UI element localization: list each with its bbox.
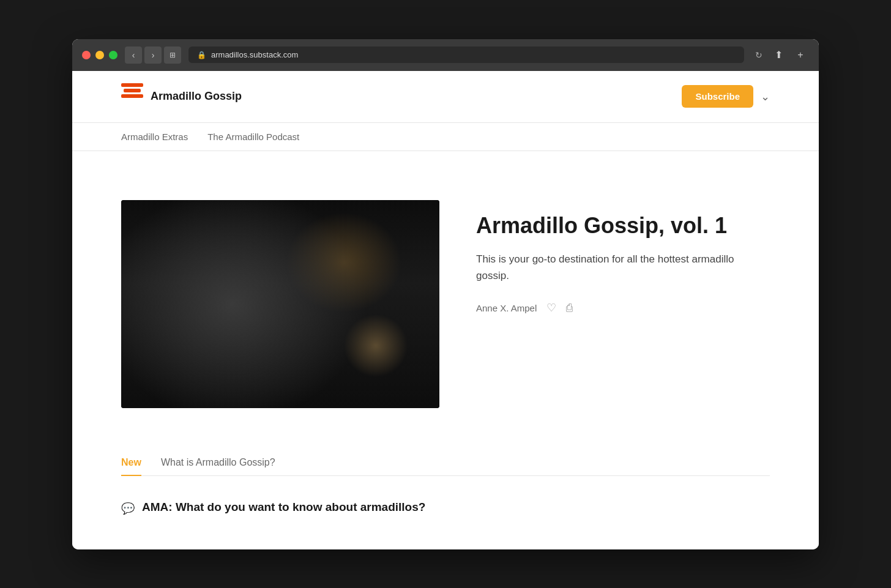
lock-icon: 🔒 bbox=[197, 51, 206, 59]
brand-name: Armadillo Gossip bbox=[151, 90, 242, 103]
url-text: armadillos.substack.com bbox=[211, 50, 298, 59]
tab-view-button[interactable]: ⊞ bbox=[164, 47, 181, 64]
hero-meta: Anne X. Ampel ♡ ⎙ bbox=[476, 301, 770, 314]
minimize-button[interactable] bbox=[95, 51, 104, 59]
hero-section: Armadillo Gossip, vol. 1 This is your go… bbox=[121, 176, 770, 445]
header-actions: Subscribe ⌄ bbox=[682, 85, 770, 108]
tabs-row: New What is Armadillo Gossip? bbox=[121, 457, 770, 476]
hero-image-background bbox=[121, 200, 439, 408]
hero-title: Armadillo Gossip, vol. 1 bbox=[476, 212, 770, 239]
brand-logo-icon bbox=[121, 83, 143, 110]
site-nav: Armadillo Extras The Armadillo Podcast bbox=[72, 123, 819, 151]
tab-new[interactable]: New bbox=[121, 457, 141, 475]
address-bar[interactable]: 🔒 armadillos.substack.com bbox=[188, 47, 744, 63]
post-item: 💬 AMA: What do you want to know about ar… bbox=[121, 491, 770, 525]
browser-actions: ⬆ + bbox=[770, 47, 809, 64]
traffic-lights bbox=[82, 51, 117, 59]
site-brand: Armadillo Gossip bbox=[121, 83, 242, 110]
browser-chrome: ‹ › ⊞ 🔒 armadillos.substack.com ↻ ⬆ + bbox=[72, 39, 819, 71]
header-chevron-button[interactable]: ⌄ bbox=[761, 90, 770, 103]
hero-text: Armadillo Gossip, vol. 1 This is your go… bbox=[476, 200, 770, 315]
forward-button[interactable]: › bbox=[144, 47, 162, 64]
share-post-button[interactable]: ⎙ bbox=[566, 302, 573, 314]
back-button[interactable]: ‹ bbox=[125, 47, 142, 64]
tab-about[interactable]: What is Armadillo Gossip? bbox=[161, 457, 275, 475]
svg-rect-1 bbox=[124, 89, 141, 92]
posts-section: 💬 AMA: What do you want to know about ar… bbox=[72, 476, 819, 549]
nav-divider bbox=[72, 151, 819, 151]
new-tab-button[interactable]: + bbox=[792, 47, 809, 64]
site-header: Armadillo Gossip Subscribe ⌄ bbox=[72, 71, 819, 123]
close-button[interactable] bbox=[82, 51, 91, 59]
hero-image bbox=[121, 200, 439, 408]
fullscreen-button[interactable] bbox=[109, 51, 117, 59]
post-comment-icon: 💬 bbox=[121, 502, 135, 515]
nav-buttons: ‹ › ⊞ bbox=[125, 47, 181, 64]
main-content: Armadillo Gossip, vol. 1 This is your go… bbox=[72, 176, 819, 445]
svg-rect-0 bbox=[121, 83, 143, 87]
nav-item-podcast[interactable]: The Armadillo Podcast bbox=[207, 132, 299, 151]
page-content: Armadillo Gossip Subscribe ⌄ Armadillo E… bbox=[72, 71, 819, 549]
nav-item-extras[interactable]: Armadillo Extras bbox=[121, 132, 188, 151]
browser-window: ‹ › ⊞ 🔒 armadillos.substack.com ↻ ⬆ + bbox=[72, 39, 819, 549]
like-button[interactable]: ♡ bbox=[546, 301, 556, 314]
svg-rect-2 bbox=[121, 94, 143, 98]
share-button[interactable]: ⬆ bbox=[770, 47, 787, 64]
hero-author: Anne X. Ampel bbox=[476, 303, 537, 313]
tabs-section: New What is Armadillo Gossip? bbox=[72, 445, 819, 476]
reload-button[interactable]: ↻ bbox=[755, 50, 762, 60]
post-title[interactable]: AMA: What do you want to know about arma… bbox=[142, 501, 425, 514]
hero-description: This is your go-to destination for all t… bbox=[476, 251, 770, 284]
subscribe-button[interactable]: Subscribe bbox=[682, 85, 753, 108]
